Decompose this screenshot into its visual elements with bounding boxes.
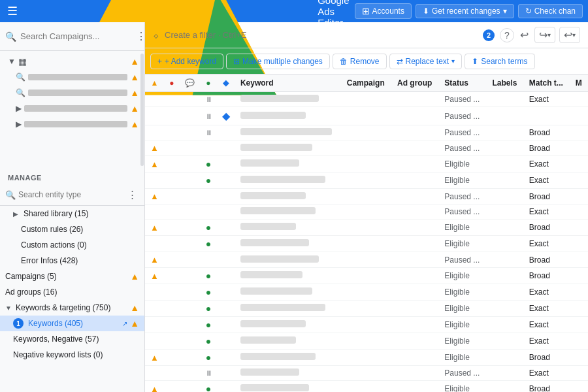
m-cell xyxy=(570,350,588,366)
status-dot-cell: ● xyxy=(200,220,217,236)
sidebar-item-keywords-targeting[interactable]: ▼ Keywords & targeting (750) ▲ xyxy=(0,300,144,316)
hamburger-icon: ☰ xyxy=(7,4,18,18)
sidebar-item-adgroups[interactable]: Ad groups (16) xyxy=(0,284,144,300)
campaign-search-input[interactable] xyxy=(20,31,130,41)
sidebar-item-keywords-negative[interactable]: Keywords, Negative (57) xyxy=(0,331,144,347)
table-row[interactable]: ⏸Paused ...Exact xyxy=(145,366,588,381)
m-cell xyxy=(570,301,588,317)
table-row[interactable]: ▲●EligibleExact xyxy=(145,156,588,172)
accounts-button[interactable]: ⊞ Accounts xyxy=(355,3,412,19)
search-terms-button[interactable]: ⬆ Search terms xyxy=(465,54,534,69)
table-row[interactable]: ▲Paused ...Broad xyxy=(145,140,588,156)
labels-cell xyxy=(487,366,523,381)
tree-item[interactable]: ▶ ▲ xyxy=(0,101,144,116)
blurred-label xyxy=(24,105,127,112)
green-dot-icon: ● xyxy=(206,159,211,169)
entity-more-button[interactable]: ⋮ xyxy=(125,187,139,203)
keywords-table-container[interactable]: ▲ ● 💬 ● ◆ Keyw xyxy=(145,74,588,392)
col-adgroup[interactable]: Ad group xyxy=(392,74,439,92)
adgroup-cell xyxy=(392,107,439,125)
status-cell: Paused ... xyxy=(439,140,487,156)
sidebar-item-custom-rules[interactable]: Custom rules (26) xyxy=(0,221,144,237)
tree-collapse-row[interactable]: ▼ ▦ ▲ xyxy=(0,54,144,69)
keyword-blur xyxy=(240,368,299,376)
table-row[interactable]: ▲Paused ...Broad xyxy=(145,252,588,268)
campaign-cell xyxy=(342,252,392,268)
status-cell: Eligible xyxy=(439,301,487,317)
sidebar-item-error-infos[interactable]: Error Infos (428) xyxy=(0,253,144,269)
table-row[interactable]: Paused ...Exact xyxy=(145,204,588,220)
table-row[interactable]: ⏸Paused ...Exact xyxy=(145,92,588,107)
check-changes-button[interactable]: ↻ Check chan xyxy=(518,4,583,18)
status-text: Eligible xyxy=(444,384,470,392)
status-text: Paused ... xyxy=(444,128,480,137)
table-row[interactable]: ⏸Paused ...Broad xyxy=(145,125,588,140)
campaign-cell xyxy=(342,220,392,236)
table-row[interactable]: ●EligibleExact xyxy=(145,284,588,301)
help-button[interactable]: ? xyxy=(500,28,514,42)
table-row[interactable]: ▲Paused ...Broad xyxy=(145,189,588,204)
trash-icon: 🗑 xyxy=(340,57,348,66)
sidebar-item-negative-lists[interactable]: Negative keyword lists (0) xyxy=(0,347,144,363)
col-keyword[interactable]: Keyword xyxy=(235,74,342,92)
table-row[interactable]: ●EligibleExact xyxy=(145,333,588,350)
col-m[interactable]: M xyxy=(570,74,588,92)
more-redo-button[interactable]: ↩ ▾ xyxy=(559,27,580,43)
filter-input[interactable] xyxy=(165,30,478,40)
table-row[interactable]: ●EligibleExact xyxy=(145,172,588,189)
sidebar-item-campaigns[interactable]: Campaigns (5) ▲ xyxy=(0,269,144,284)
get-recent-changes-button[interactable]: ⬇ Get recent changes ▾ xyxy=(416,4,514,18)
warn-cell: ▲ xyxy=(145,140,164,156)
campaign-tree[interactable]: ▼ ▦ ▲ 🔍 ▲ 🔍 ▲ ▶ ▲ ▶ xyxy=(0,51,144,169)
status-cell: Paused ... xyxy=(439,92,487,107)
table-row[interactable]: ●EligibleExact xyxy=(145,317,588,333)
tree-item[interactable]: ▶ ▲ xyxy=(0,116,144,132)
labels-cell xyxy=(487,189,523,204)
labels-cell xyxy=(487,92,523,107)
table-row[interactable]: ▲●EligibleBroad xyxy=(145,220,588,236)
table-row[interactable]: ●EligibleExact xyxy=(145,301,588,317)
keyword-blur xyxy=(240,159,299,167)
redo-button[interactable]: ↪ ▾ xyxy=(534,27,555,43)
add-keyword-button[interactable]: + + Add keyword xyxy=(150,54,223,69)
campaign-cell xyxy=(342,333,392,350)
pause-icon: ⏸ xyxy=(205,112,212,120)
table-row[interactable]: ▲●EligibleBroad xyxy=(145,268,588,284)
entity-search-input[interactable] xyxy=(18,190,123,199)
undo-icon: ↩ xyxy=(520,29,529,41)
scrollbar[interactable] xyxy=(140,54,144,166)
table-row[interactable]: ▲●EligibleBroad xyxy=(145,381,588,393)
match-type-cell: Exact xyxy=(524,92,570,107)
remove-button[interactable]: 🗑 Remove xyxy=(333,54,387,69)
replace-text-button[interactable]: ⇄ Replace text ▾ xyxy=(389,54,463,69)
keyword-blur xyxy=(240,271,302,278)
m-cell xyxy=(570,107,588,125)
table-row[interactable]: ⏸◆Paused ... xyxy=(145,107,588,125)
keyword-cell xyxy=(235,236,342,252)
match-type-text: Broad xyxy=(529,223,550,232)
green-dot-icon: ● xyxy=(206,303,211,314)
hamburger-menu[interactable]: ☰ xyxy=(5,2,20,20)
undo-button[interactable]: ↩ xyxy=(518,27,531,43)
status-text: Eligible xyxy=(444,239,470,248)
col-match-type[interactable]: Match t... xyxy=(524,74,570,92)
status-cell: Paused ... xyxy=(439,125,487,140)
col-labels[interactable]: Labels xyxy=(487,74,523,92)
m-cell xyxy=(570,317,588,333)
campaign-cell xyxy=(342,172,392,189)
col-status[interactable]: Status xyxy=(439,74,487,92)
col-campaign[interactable]: Campaign xyxy=(342,74,392,92)
sidebar-item-custom-actions[interactable]: Custom actions (0) xyxy=(0,237,144,253)
tree-item[interactable]: 🔍 ▲ xyxy=(0,85,144,101)
more-options-button[interactable]: ⋮ xyxy=(134,28,145,44)
sidebar-item-shared-library[interactable]: ▶ Shared library (15) xyxy=(0,206,144,221)
make-multiple-changes-button[interactable]: ⊞ Make multiple changes xyxy=(226,54,330,69)
label-dot-cell xyxy=(217,92,235,107)
tree-item[interactable]: 🔍 ▲ xyxy=(0,69,144,85)
table-row[interactable]: ▲●EligibleBroad xyxy=(145,350,588,366)
custom-actions-label: Custom actions (0) xyxy=(21,240,139,250)
warn-cell xyxy=(145,204,164,220)
table-row[interactable]: ●EligibleExact xyxy=(145,236,588,252)
sidebar-item-keywords[interactable]: 1 Keywords (405) ↗ ▲ xyxy=(0,316,144,331)
adgroup-cell xyxy=(392,156,439,172)
